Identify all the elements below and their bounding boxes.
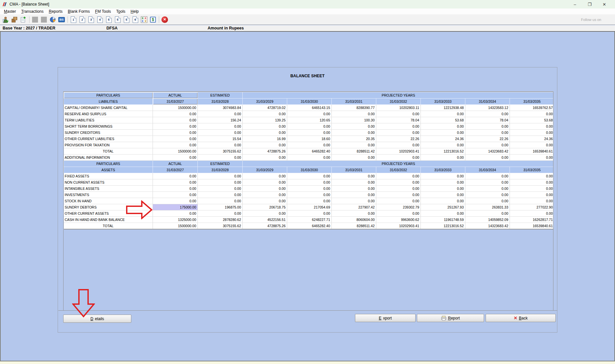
master-user-icon[interactable] xyxy=(2,16,9,23)
value-cell[interactable]: 8288511.42 xyxy=(332,148,376,155)
value-cell[interactable]: 14059852.09 xyxy=(465,217,510,223)
value-cell[interactable]: 0.00 xyxy=(376,173,421,179)
value-cell[interactable]: 12213016.52 xyxy=(421,223,465,229)
value-cell[interactable]: 0.00 xyxy=(376,186,421,192)
value-cell[interactable]: 0.00 xyxy=(332,192,376,198)
value-cell[interactable]: 156.24 xyxy=(198,117,243,123)
value-cell[interactable]: 0.00 xyxy=(243,179,287,186)
value-cell[interactable]: 0.00 xyxy=(376,123,421,130)
value-cell[interactable]: 24.36 xyxy=(421,136,465,142)
value-cell[interactable]: 0.00 xyxy=(510,155,554,161)
value-cell[interactable]: 0.00 xyxy=(198,210,243,217)
row-label-cell[interactable]: ADDITIONAL INFORMATION xyxy=(64,155,153,161)
value-cell[interactable]: 0.00 xyxy=(243,130,287,136)
value-cell[interactable]: 0.00 xyxy=(465,142,510,148)
value-cell[interactable]: 0.00 xyxy=(510,123,554,130)
value-cell[interactable]: 0.00 xyxy=(376,130,421,136)
value-cell[interactable]: 0.00 xyxy=(421,130,465,136)
value-cell[interactable]: 0.00 xyxy=(421,173,465,179)
value-cell[interactable]: 0.00 xyxy=(332,210,376,217)
new-document-icon[interactable] xyxy=(20,16,27,23)
row-label-cell[interactable]: SUNDRY DEBTORS xyxy=(64,204,153,210)
value-cell[interactable]: 15.54 xyxy=(198,136,243,142)
value-cell[interactable]: 0.00 xyxy=(287,210,332,217)
value-cell[interactable]: 0.00 xyxy=(287,111,332,117)
value-cell[interactable]: 0.00 xyxy=(153,155,198,161)
value-cell[interactable]: 4728719.02 xyxy=(243,105,287,111)
close-button-icon[interactable]: ✕ xyxy=(597,0,612,9)
value-cell[interactable]: 0.00 xyxy=(510,179,554,186)
value-cell[interactable]: 251267.93 xyxy=(421,204,465,210)
value-cell[interactable]: 10202903.41 xyxy=(376,223,421,229)
value-cell[interactable]: 217054.69 xyxy=(287,204,332,210)
value-cell[interactable]: 0.00 xyxy=(198,192,243,198)
value-cell[interactable]: 0.00 xyxy=(153,142,198,148)
value-cell[interactable]: 10202803.11 xyxy=(376,105,421,111)
value-cell[interactable]: 0.00 xyxy=(510,192,554,198)
value-cell[interactable]: 0.00 xyxy=(510,111,554,117)
value-cell[interactable]: 0.00 xyxy=(198,179,243,186)
value-cell[interactable]: 0.00 xyxy=(153,123,198,130)
value-cell[interactable]: 8288390.77 xyxy=(332,105,376,111)
value-cell[interactable]: 0.00 xyxy=(198,186,243,192)
value-cell[interactable]: 0.00 xyxy=(153,210,198,217)
value-cell[interactable]: 0.00 xyxy=(287,142,332,148)
value-cell[interactable]: 14323583.12 xyxy=(465,105,510,111)
value-cell[interactable]: 0.00 xyxy=(287,179,332,186)
row-label-cell[interactable]: TOTAL xyxy=(64,148,153,155)
value-cell[interactable]: 3074983.84 xyxy=(198,105,243,111)
value-cell[interactable]: 3075155.62 xyxy=(198,148,243,155)
value-cell[interactable]: 22.26 xyxy=(376,136,421,142)
value-cell[interactable]: 16539762.57 xyxy=(510,105,554,111)
value-cell[interactable]: 0.00 xyxy=(287,155,332,161)
row-label-cell[interactable]: SUNDRY CREDITORS xyxy=(64,130,153,136)
value-cell[interactable]: 277022.90 xyxy=(510,204,554,210)
value-cell[interactable]: 0.00 xyxy=(421,111,465,117)
value-cell[interactable]: 0.00 xyxy=(198,173,243,179)
value-cell[interactable]: 78.04 xyxy=(465,117,510,123)
balance-sheet-doc-icon[interactable]: BS xyxy=(58,16,65,23)
value-cell[interactable]: 0.00 xyxy=(153,179,198,186)
value-cell[interactable]: 0.00 xyxy=(153,111,198,117)
value-cell[interactable]: 120.65 xyxy=(287,117,332,123)
value-cell[interactable]: 0.00 xyxy=(421,198,465,204)
row-label-cell[interactable]: INVESTMENTS xyxy=(64,192,153,198)
value-cell[interactable]: 8060604.00 xyxy=(332,217,376,223)
row-label-cell[interactable]: CAPITAL/ ORDINARY/ SHARE CAPITAL xyxy=(64,105,153,111)
value-cell[interactable]: 24.36 xyxy=(510,136,554,142)
value-cell[interactable]: 0.00 xyxy=(198,155,243,161)
value-cell[interactable]: 4728875.26 xyxy=(243,223,287,229)
value-cell[interactable]: 0.00 xyxy=(243,111,287,117)
menu-item-transactions[interactable]: Transactions xyxy=(19,9,46,14)
value-cell[interactable]: 0.00 xyxy=(332,123,376,130)
value-cell[interactable]: 0.00 xyxy=(510,130,554,136)
row-label-cell[interactable]: NON CURRENT ASSETS xyxy=(64,179,153,186)
form-6-icon[interactable]: 6 xyxy=(132,16,139,23)
menu-item-blank-forms[interactable]: Blank Forms xyxy=(65,9,92,14)
value-cell[interactable]: 0.00 xyxy=(243,173,287,179)
value-cell[interactable]: 0.00 xyxy=(421,155,465,161)
form-1-icon[interactable]: 1 xyxy=(70,16,77,23)
report-button[interactable]: Report xyxy=(417,314,484,322)
inventory-box-icon[interactable] xyxy=(11,16,18,23)
value-cell[interactable]: 0.00 xyxy=(421,210,465,217)
row-label-cell[interactable]: CASH IN HAND AND BANK BALANCE xyxy=(64,217,153,223)
value-cell[interactable]: 6465282.40 xyxy=(287,148,332,155)
value-cell[interactable]: 239302.79 xyxy=(376,204,421,210)
value-cell[interactable]: 2878280.62 xyxy=(198,217,243,223)
value-cell[interactable]: 0.00 xyxy=(153,198,198,204)
value-cell[interactable]: 0.00 xyxy=(332,130,376,136)
value-cell[interactable]: 0.00 xyxy=(198,198,243,204)
value-cell[interactable]: 1500000.00 xyxy=(153,223,198,229)
value-cell[interactable]: 0.00 xyxy=(243,192,287,198)
value-cell[interactable]: 0.00 xyxy=(243,155,287,161)
value-cell[interactable]: 0.00 xyxy=(465,210,510,217)
value-cell[interactable]: 0.00 xyxy=(465,111,510,117)
dollar-icon[interactable]: $ xyxy=(149,16,157,23)
value-cell[interactable]: 0.00 xyxy=(332,173,376,179)
value-cell[interactable]: 0.00 xyxy=(243,210,287,217)
exit-red-icon[interactable]: ✕ xyxy=(161,16,168,23)
row-label-cell[interactable]: SHORT TERM BORROWINGS xyxy=(64,123,153,130)
currency-converter-icon[interactable]: $£€¥ xyxy=(140,16,148,23)
value-cell[interactable]: 6248227.71 xyxy=(287,217,332,223)
